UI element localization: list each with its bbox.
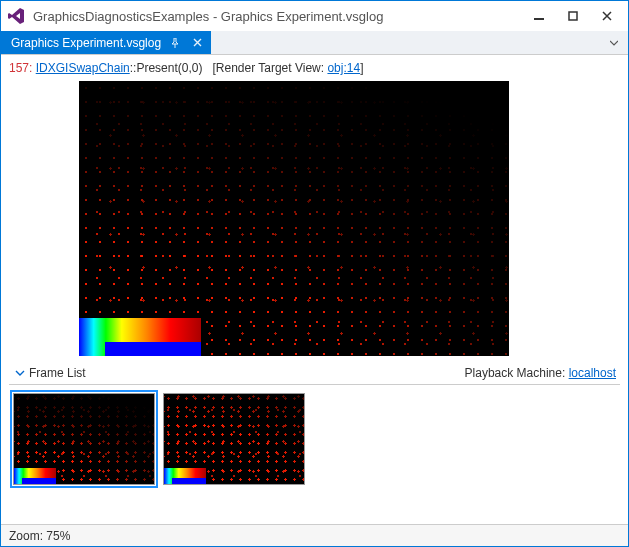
tab-overflow-icon[interactable] [606, 35, 622, 51]
render-target-viewer[interactable] [79, 81, 509, 356]
event-method: ::Present(0,0) [130, 61, 203, 75]
frame-thumbnails [9, 385, 620, 489]
vs-logo-icon [7, 7, 25, 25]
chevron-down-icon[interactable] [13, 368, 27, 378]
frame-list-header: Frame List Playback Machine: localhost [9, 360, 620, 385]
document-tab[interactable]: Graphics Experiment.vsglog [1, 31, 211, 54]
svg-rect-1 [569, 12, 577, 20]
document-tab-label: Graphics Experiment.vsglog [11, 36, 161, 50]
document-tabbar: Graphics Experiment.vsglog [1, 31, 628, 55]
swapchain-link[interactable]: IDXGISwapChain [36, 61, 130, 75]
rtv-prefix: [Render Target View: [212, 61, 327, 75]
rtv-suffix: ] [360, 61, 363, 75]
particle-overlay [79, 81, 509, 356]
heatmap-overlay [164, 468, 206, 484]
zoom-label: Zoom: 75% [9, 529, 70, 543]
rtv-link[interactable]: obj:14 [327, 61, 360, 75]
event-number: 157: [9, 61, 32, 75]
playback-machine-label: Playback Machine: localhost [465, 366, 616, 380]
frame-thumbnail[interactable] [163, 393, 305, 485]
playback-machine-link[interactable]: localhost [569, 366, 616, 380]
frame-list-title: Frame List [29, 366, 465, 380]
event-info-line: 157: IDXGISwapChain::Present(0,0) [Rende… [9, 59, 620, 81]
close-button[interactable] [590, 3, 624, 29]
svg-rect-0 [534, 18, 544, 20]
frame-thumbnail[interactable] [13, 393, 155, 485]
window-title: GraphicsDiagnosticsExamples - Graphics E… [33, 9, 522, 24]
heatmap-overlay [14, 468, 56, 484]
heatmap-overlay [79, 318, 201, 356]
maximize-button[interactable] [556, 3, 590, 29]
pin-icon[interactable] [167, 35, 183, 51]
minimize-button[interactable] [522, 3, 556, 29]
status-bar: Zoom: 75% [1, 524, 628, 546]
window-controls [522, 3, 624, 29]
tab-close-icon[interactable] [189, 35, 205, 51]
content-area: 157: IDXGISwapChain::Present(0,0) [Rende… [1, 55, 628, 489]
titlebar: GraphicsDiagnosticsExamples - Graphics E… [1, 1, 628, 31]
